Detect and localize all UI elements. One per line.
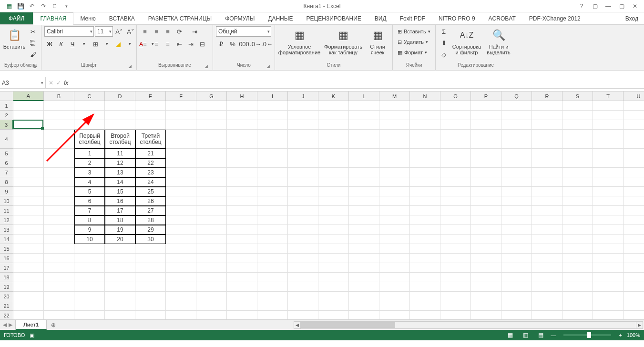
cell-Q21[interactable] xyxy=(501,301,532,311)
zoom-in-icon[interactable]: + xyxy=(619,332,622,338)
cell-E15[interactable] xyxy=(135,244,166,254)
cell-U18[interactable] xyxy=(624,273,644,282)
cell-K8[interactable] xyxy=(318,177,349,187)
cell-A19[interactable] xyxy=(13,282,44,292)
cell-T20[interactable] xyxy=(593,292,624,301)
cell-T4[interactable] xyxy=(593,130,624,149)
cell-I12[interactable] xyxy=(257,215,288,225)
insert-cells-button[interactable]: ⊞Вставить▾ xyxy=(396,26,432,37)
tab-pdfxchange[interactable]: PDF-XChange 2012 xyxy=(522,12,587,24)
increase-font-icon[interactable]: A˄ xyxy=(114,26,124,37)
cell-T12[interactable] xyxy=(593,215,624,225)
cell-L11[interactable] xyxy=(349,206,379,215)
view-page-layout-icon[interactable]: ▥ xyxy=(520,331,531,339)
cell-B18[interactable] xyxy=(44,273,74,282)
minimize-icon[interactable]: — xyxy=(602,1,614,11)
cell-M14[interactable] xyxy=(379,235,410,244)
cell-F7[interactable] xyxy=(166,168,196,177)
cell-T2[interactable] xyxy=(593,111,624,120)
cell-F22[interactable] xyxy=(166,311,196,319)
cell-B20[interactable] xyxy=(44,292,74,301)
cell-G8[interactable] xyxy=(196,177,227,187)
cell-G17[interactable] xyxy=(196,263,227,273)
cell-T21[interactable] xyxy=(593,301,624,311)
cell-R11[interactable] xyxy=(532,206,562,215)
cell-H2[interactable] xyxy=(227,111,257,120)
row-header-15[interactable]: 15 xyxy=(0,244,13,254)
align-launcher-icon[interactable]: ◢ xyxy=(203,64,209,70)
cell-S9[interactable] xyxy=(562,187,593,196)
cell-B5[interactable] xyxy=(44,149,74,158)
cell-H15[interactable] xyxy=(227,244,257,254)
cell-J6[interactable] xyxy=(288,158,318,168)
cell-K18[interactable] xyxy=(318,273,349,282)
cell-E14[interactable]: 30 xyxy=(135,235,166,244)
cell-T19[interactable] xyxy=(593,282,624,292)
cell-N15[interactable] xyxy=(410,244,440,254)
clear-icon[interactable]: ◇ xyxy=(439,49,449,60)
cell-G21[interactable] xyxy=(196,301,227,311)
cell-J8[interactable] xyxy=(288,177,318,187)
cell-P3[interactable] xyxy=(471,120,501,130)
cell-L9[interactable] xyxy=(349,187,379,196)
cell-G18[interactable] xyxy=(196,273,227,282)
cell-S8[interactable] xyxy=(562,177,593,187)
cell-K3[interactable] xyxy=(318,120,349,130)
column-header-T[interactable]: T xyxy=(593,92,624,101)
cell-H7[interactable] xyxy=(227,168,257,177)
cell-B1[interactable] xyxy=(44,101,74,111)
cell-T7[interactable] xyxy=(593,168,624,177)
cell-M5[interactable] xyxy=(379,149,410,158)
cell-Q6[interactable] xyxy=(501,158,532,168)
cell-A16[interactable] xyxy=(13,254,44,263)
cell-E12[interactable]: 28 xyxy=(135,215,166,225)
cell-C1[interactable] xyxy=(74,101,105,111)
cell-J18[interactable] xyxy=(288,273,318,282)
help-icon[interactable]: ? xyxy=(575,1,588,11)
cell-O15[interactable] xyxy=(440,244,471,254)
cell-S14[interactable] xyxy=(562,235,593,244)
cell-styles-button[interactable]: ▦ Стили ячеек xyxy=(366,26,389,55)
worksheet-grid[interactable]: ABCDEFGHIJKLMNOPQRSTU 123456789101112131… xyxy=(0,92,644,319)
cell-D11[interactable]: 17 xyxy=(105,206,135,215)
cell-Q17[interactable] xyxy=(501,263,532,273)
cells-area[interactable]: ПервыйстолбецВторойстолбецТретийстолбец1… xyxy=(13,101,644,319)
cell-K19[interactable] xyxy=(318,282,349,292)
sheet-next-icon[interactable]: ▶ xyxy=(9,322,12,328)
tab-file[interactable]: ФАЙЛ xyxy=(0,12,33,24)
cell-P22[interactable] xyxy=(471,311,501,319)
cell-E1[interactable] xyxy=(135,101,166,111)
cell-F19[interactable] xyxy=(166,282,196,292)
cell-P9[interactable] xyxy=(471,187,501,196)
cell-U20[interactable] xyxy=(624,292,644,301)
cell-K17[interactable] xyxy=(318,263,349,273)
cell-J15[interactable] xyxy=(288,244,318,254)
row-header-19[interactable]: 19 xyxy=(0,282,13,292)
cell-O6[interactable] xyxy=(440,158,471,168)
cell-T18[interactable] xyxy=(593,273,624,282)
cell-A8[interactable] xyxy=(13,177,44,187)
horizontal-scrollbar[interactable]: ◀ ▶ xyxy=(294,321,643,329)
cell-N20[interactable] xyxy=(410,292,440,301)
cell-E7[interactable]: 23 xyxy=(135,168,166,177)
cell-S12[interactable] xyxy=(562,215,593,225)
cell-A1[interactable] xyxy=(13,101,44,111)
cell-R13[interactable] xyxy=(532,225,562,235)
tab-nitro[interactable]: NITRO PRO 9 xyxy=(432,12,482,24)
fx-icon[interactable]: fx xyxy=(64,80,68,86)
cell-D6[interactable]: 12 xyxy=(105,158,135,168)
cell-N22[interactable] xyxy=(410,311,440,319)
cell-T13[interactable] xyxy=(593,225,624,235)
cell-E2[interactable] xyxy=(135,111,166,120)
accept-formula-icon[interactable]: ✓ xyxy=(56,80,61,86)
cell-L6[interactable] xyxy=(349,158,379,168)
cell-L14[interactable] xyxy=(349,235,379,244)
cell-F18[interactable] xyxy=(166,273,196,282)
font-name-combo[interactable]: Calibri▾ xyxy=(44,26,94,37)
cell-S22[interactable] xyxy=(562,311,593,319)
cell-O11[interactable] xyxy=(440,206,471,215)
cell-F8[interactable] xyxy=(166,177,196,187)
increase-decimal-icon[interactable]: .0→ xyxy=(250,39,261,49)
cell-A5[interactable] xyxy=(13,149,44,158)
cell-F9[interactable] xyxy=(166,187,196,196)
